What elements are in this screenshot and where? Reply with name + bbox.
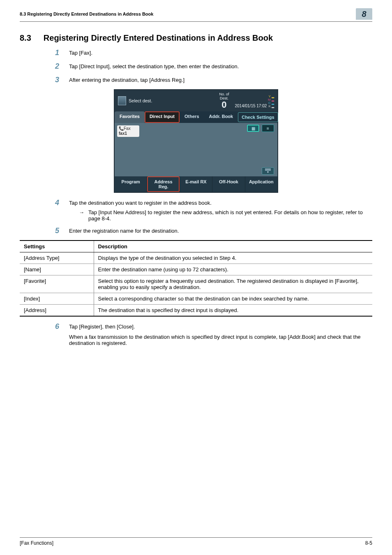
- grid-view-icon[interactable]: ▦: [247, 125, 259, 132]
- datetime: 2014/01/15 17:02: [235, 104, 267, 108]
- arrow-icon: →: [79, 209, 84, 222]
- table-header-settings: Settings: [20, 240, 94, 252]
- fax-card-label: fax1: [119, 131, 127, 136]
- step-number: 3: [55, 76, 62, 84]
- step-number: 6: [55, 322, 62, 346]
- chapter-number-badge: 8: [356, 8, 372, 20]
- step-text: Tap [Register], then [Close].: [69, 324, 372, 330]
- step-text: Tap [Fax].: [69, 49, 372, 57]
- setting-description: Enter the destination name (using up to …: [94, 264, 372, 275]
- check-settings-button[interactable]: Check Settings: [238, 112, 278, 122]
- setting-name: [Name]: [20, 264, 94, 275]
- sort-dropdown-icon[interactable]: ▾: [262, 167, 274, 175]
- setting-name: [Address Type]: [20, 252, 94, 264]
- setting-description: The destination that is specified by dir…: [94, 305, 372, 317]
- dest-count-label: No. of Dest.: [219, 92, 229, 100]
- email-rx-button[interactable]: E-mail RX: [180, 176, 212, 192]
- step-number: 5: [55, 227, 62, 235]
- setting-description: Displays the type of the destination you…: [94, 252, 372, 264]
- tab-addr-book[interactable]: Addr. Book: [204, 111, 238, 123]
- step-extra-text: When a fax transmission to the destinati…: [69, 334, 372, 346]
- setting-name: [Index]: [20, 293, 94, 305]
- step-text: Tap the destination you want to register…: [69, 200, 372, 206]
- section-number: 8.3: [20, 33, 31, 43]
- footer-page-number: 8-5: [365, 540, 372, 546]
- address-reg-button[interactable]: Address Reg.: [147, 176, 179, 192]
- fax-icon: 📞: [119, 126, 124, 131]
- settings-table: Settings Description [Address Type]Displ…: [20, 240, 372, 317]
- table-row: [Address]The destination that is specifi…: [20, 305, 372, 317]
- document-icon[interactable]: [118, 96, 126, 105]
- table-row: [Index]Select a corresponding character …: [20, 293, 372, 305]
- list-view-icon[interactable]: ≡: [262, 125, 274, 132]
- application-button[interactable]: Application: [245, 176, 277, 192]
- section-title: Registering Directly Entered Destination…: [44, 33, 273, 43]
- tab-favorites[interactable]: Favorites: [115, 111, 145, 123]
- destination-card-fax[interactable]: 📞Fax fax1: [117, 125, 139, 137]
- dest-count-value: 0: [219, 100, 229, 109]
- table-header-description: Description: [94, 240, 372, 252]
- setting-name: [Address]: [20, 305, 94, 317]
- tab-direct-input[interactable]: Direct Input: [145, 111, 180, 123]
- setting-description: Select this option to register a frequen…: [94, 275, 372, 293]
- step-number: 2: [55, 62, 62, 71]
- setting-name: [Favorite]: [20, 275, 94, 293]
- footer-left: [Fax Functions]: [20, 540, 53, 546]
- step-text: After entering the destination, tap [Add…: [69, 76, 372, 84]
- tab-others[interactable]: Others: [180, 111, 204, 123]
- off-hook-button[interactable]: Off-Hook: [212, 176, 244, 192]
- table-row: [Name]Enter the destination name (using …: [20, 264, 372, 275]
- toner-indicator-icon: Y ▂M ▂C ▂K ▂: [268, 95, 274, 108]
- table-row: [Favorite]Select this option to register…: [20, 275, 372, 293]
- table-row: [Address Type]Displays the type of the d…: [20, 252, 372, 264]
- substep-text: Tap [Input New Address] to register the …: [88, 209, 372, 222]
- step-text: Enter the registration name for the dest…: [69, 227, 372, 235]
- select-dest-label: Select dest.: [129, 98, 152, 103]
- fax-card-type: Fax: [124, 126, 131, 131]
- program-button[interactable]: Program: [115, 176, 147, 192]
- step-number: 4: [55, 199, 62, 222]
- step-number: 1: [55, 49, 62, 57]
- running-header: 8.3 Registering Directly Entered Destina…: [20, 12, 153, 16]
- device-screenshot: Select dest. No. of Dest. 0 2014/01/15 1…: [114, 89, 278, 193]
- step-text: Tap [Direct Input], select the destinati…: [69, 62, 372, 71]
- setting-description: Select a corresponding character so that…: [94, 293, 372, 305]
